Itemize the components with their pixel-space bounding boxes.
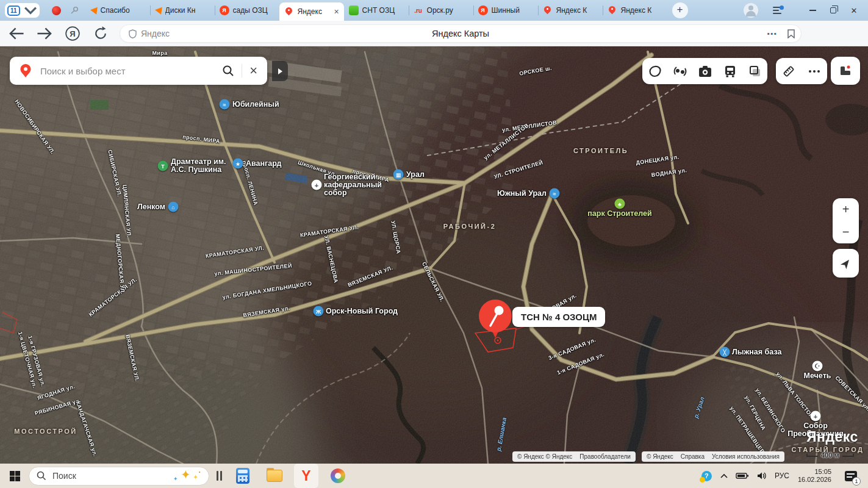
terms-link[interactable]: Условия использования — [712, 453, 780, 460]
window-controls: ✕ — [744, 0, 868, 21]
restore-button[interactable] — [823, 0, 844, 21]
zoom-out-button[interactable]: − — [833, 221, 859, 243]
marker-label[interactable]: ТСН № 4 ОЗОЦМ — [512, 307, 605, 327]
tab-close-icon[interactable]: × — [334, 7, 339, 16]
browser-tab[interactable]: СНТ ОЗЦ — [344, 0, 409, 21]
map-canvas[interactable]: Мирапросп. МИРАпросп. МИРАпросп. ЛЕНИНАШ… — [0, 46, 868, 464]
tab-title: Спасибо — [101, 6, 140, 15]
yandex-home-button[interactable]: Я — [65, 26, 81, 41]
layers-button[interactable] — [744, 59, 766, 84]
task-view-icon[interactable] — [217, 471, 222, 481]
attribution-left: © Яндекс © Яндекс Правообладатели — [512, 451, 636, 462]
tab-title: Шинный — [492, 6, 531, 15]
tab-title: Орск.ру — [427, 6, 466, 15]
yandex-favicon-icon: Я — [220, 5, 229, 15]
close-button[interactable]: ✕ — [844, 0, 864, 21]
start-button[interactable] — [10, 471, 20, 481]
browser-tab[interactable]: Спасибо — [85, 0, 150, 21]
tab-title: Яндекс — [298, 7, 331, 16]
taskbar-app-calculator[interactable] — [231, 464, 255, 488]
desktop: 11 СпасибоДиски КнЯсады ОЗЦЯндекс×СНТ ОЗ… — [0, 0, 868, 488]
tray-expand-icon[interactable] — [720, 473, 728, 478]
taskbar-app-yandex-browser[interactable]: Y — [294, 464, 318, 488]
help-tray-icon[interactable]: ? — [701, 471, 712, 481]
tab-title: Яндекс К — [621, 6, 660, 15]
locate-button[interactable] — [833, 249, 859, 278]
map-pin-favicon-icon — [543, 5, 553, 15]
taskbar-search[interactable]: ✦ ✦ ✦ • — [29, 467, 209, 486]
map-tools-secondary — [776, 58, 827, 84]
search-highlights-icon: ✦ ✦ ✦ • — [172, 468, 203, 484]
traffic-widget-button[interactable] — [831, 57, 860, 85]
tab-title: Диски Кн — [165, 6, 204, 15]
map-pin-favicon-icon — [608, 5, 617, 15]
play-icon — [278, 68, 282, 74]
zoom-in-button[interactable]: + — [833, 198, 859, 221]
help-link[interactable]: Справка — [681, 453, 705, 460]
transport-button[interactable] — [719, 59, 741, 84]
profile-avatar[interactable] — [744, 3, 758, 18]
taskbar-app-paint[interactable] — [326, 464, 350, 488]
page-title: Яндекс Карты — [120, 25, 801, 42]
mirrors-button[interactable] — [669, 59, 691, 84]
svg-text:Я: Я — [70, 29, 75, 38]
satellite-imagery — [0, 46, 868, 464]
address-bar[interactable]: Яндекс Яндекс Карты ⋯ — [120, 24, 802, 43]
panorama-circle-button[interactable] — [644, 59, 666, 84]
map-pin-icon — [20, 63, 32, 78]
notifications-badge: 1 — [852, 477, 861, 486]
tab-count: 11 — [7, 5, 20, 16]
pinned-tab-icon — [70, 5, 79, 15]
reload-button[interactable] — [93, 26, 109, 41]
browser-tab[interactable]: Яндекс× — [279, 2, 344, 21]
volume-icon[interactable] — [757, 472, 767, 480]
browser-tab[interactable]: Яндекс К — [538, 0, 603, 21]
search-icon[interactable] — [222, 65, 234, 77]
scale-bar: 400 м — [806, 451, 854, 459]
chevron-down-icon[interactable] — [24, 3, 37, 18]
date: 16.02.2026 — [798, 476, 831, 484]
tab-title: СНТ ОЗЦ — [362, 6, 401, 15]
tab-title: сады ОЗЦ — [233, 6, 272, 15]
bookmark-icon[interactable] — [787, 29, 795, 38]
browser-tab[interactable]: ЯШинный — [473, 0, 538, 21]
clear-search-icon[interactable]: × — [249, 65, 257, 77]
tab-counter-button[interactable]: 11 — [5, 3, 40, 18]
taskbar-app-explorer[interactable] — [262, 464, 287, 488]
ruler-button[interactable] — [778, 59, 800, 84]
browser-tab[interactable]: Ясады ОЗЦ — [215, 0, 279, 21]
battery-icon[interactable] — [736, 472, 749, 479]
orange-arrow-favicon-icon — [154, 6, 162, 14]
rights-link[interactable]: Правообладатели — [579, 453, 631, 460]
windows-taskbar: ✦ ✦ ✦ • Y ? РУС 15:05 16.02.2026 1 — [0, 464, 868, 488]
browser-tab[interactable]: .ruОрск.ру — [409, 0, 473, 21]
copyright-text-2: © Яндекс — [647, 453, 673, 460]
minimize-button[interactable] — [802, 0, 823, 21]
taskbar-clock[interactable]: 15:05 16.02.2026 — [798, 468, 831, 484]
back-button[interactable] — [9, 26, 24, 41]
tab-strip: СпасибоДиски КнЯсады ОЗЦЯндекс×СНТ ОЗЦ.r… — [85, 0, 667, 21]
more-actions-icon[interactable]: ⋯ — [767, 28, 778, 40]
system-tray: ? РУС 15:05 16.02.2026 1 — [701, 468, 868, 484]
yandex-favicon-icon: Я — [478, 5, 488, 15]
copyright-text: © Яндекс © Яндекс — [517, 453, 572, 460]
language-indicator[interactable]: РУС — [775, 472, 789, 480]
browser-tab[interactable]: Диски Кн — [150, 0, 215, 21]
search-icon — [37, 471, 46, 481]
browser-toolbar: Я Яндекс Яндекс Карты ⋯ 3 — [0, 21, 868, 46]
yandex-map-logo: Яндекс — [806, 429, 858, 445]
map-marker[interactable] — [475, 294, 516, 340]
ru-favicon-icon: .ru — [414, 5, 423, 15]
browser-menu-icon[interactable] — [772, 4, 784, 16]
time: 15:05 — [798, 468, 831, 476]
map-search-bar[interactable]: × — [10, 57, 267, 85]
photos-button[interactable] — [694, 59, 716, 84]
new-tab-button[interactable]: + — [672, 2, 688, 18]
zoom-control: + − — [833, 198, 859, 243]
more-tools-icon[interactable] — [803, 59, 825, 84]
forward-button[interactable] — [37, 26, 52, 41]
browser-tab[interactable]: Яндекс К — [603, 0, 667, 21]
location-arrow-icon — [840, 257, 852, 270]
search-input[interactable] — [39, 65, 222, 77]
expand-panel-button[interactable] — [272, 61, 288, 81]
